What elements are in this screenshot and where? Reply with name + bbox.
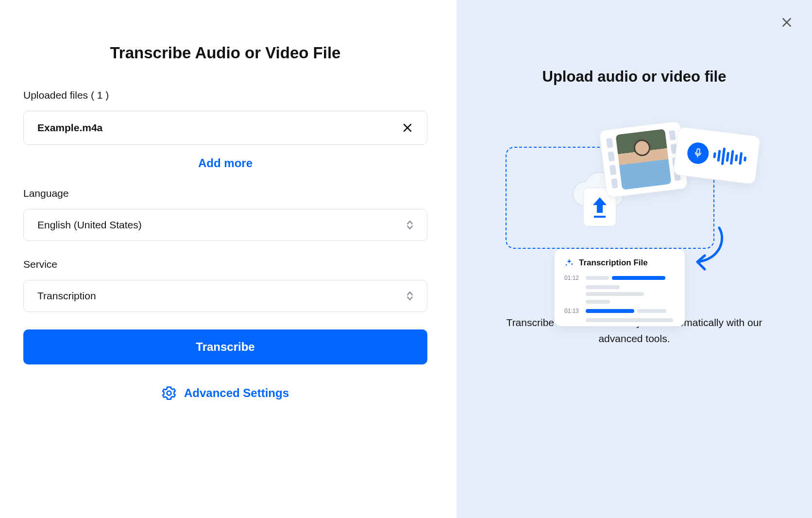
person-thumbnail: [615, 129, 671, 190]
gear-icon: [162, 386, 176, 400]
close-icon: [780, 16, 793, 29]
service-select[interactable]: Transcription: [23, 280, 427, 312]
illustration: Transcription File 01:12 01:13: [506, 115, 763, 290]
transcription-file-label: Transcription File: [579, 258, 648, 268]
transcribe-button[interactable]: Transcribe: [23, 329, 427, 364]
chevron-updown-icon: [406, 291, 413, 301]
page-title: Transcribe Audio or Video File: [23, 44, 427, 62]
language-select[interactable]: English (United States): [23, 209, 427, 241]
uploaded-files-label: Uploaded files ( 1 ): [23, 89, 427, 101]
chevron-updown-icon: [406, 220, 413, 230]
add-more-button[interactable]: Add more: [23, 156, 427, 170]
timestamp: 01:12: [564, 275, 581, 281]
microphone-icon: [686, 141, 710, 165]
service-label: Service: [23, 259, 427, 270]
advanced-settings-label: Advanced Settings: [184, 386, 289, 400]
service-value: Transcription: [37, 290, 96, 302]
waveform-icon: [712, 146, 747, 168]
svg-rect-0: [594, 216, 606, 218]
info-panel: Upload audio or video file: [457, 0, 812, 518]
file-name: Example.m4a: [37, 122, 102, 134]
form-panel: Transcribe Audio or Video File Uploaded …: [0, 0, 457, 518]
language-label: Language: [23, 188, 427, 199]
audio-waveform-card: [673, 126, 761, 185]
language-value: English (United States): [37, 219, 142, 231]
advanced-settings-button[interactable]: Advanced Settings: [23, 386, 427, 400]
arrow-icon: [690, 225, 729, 276]
close-icon: [402, 122, 413, 134]
remove-file-button[interactable]: [402, 122, 413, 134]
sparkle-icon: [564, 258, 574, 268]
info-title: Upload audio or video file: [542, 68, 727, 86]
uploaded-file-row: Example.m4a: [23, 111, 427, 145]
timestamp: 01:13: [564, 308, 581, 314]
close-modal-button[interactable]: [778, 14, 795, 31]
transcription-file-card: Transcription File 01:12 01:13: [554, 249, 685, 327]
